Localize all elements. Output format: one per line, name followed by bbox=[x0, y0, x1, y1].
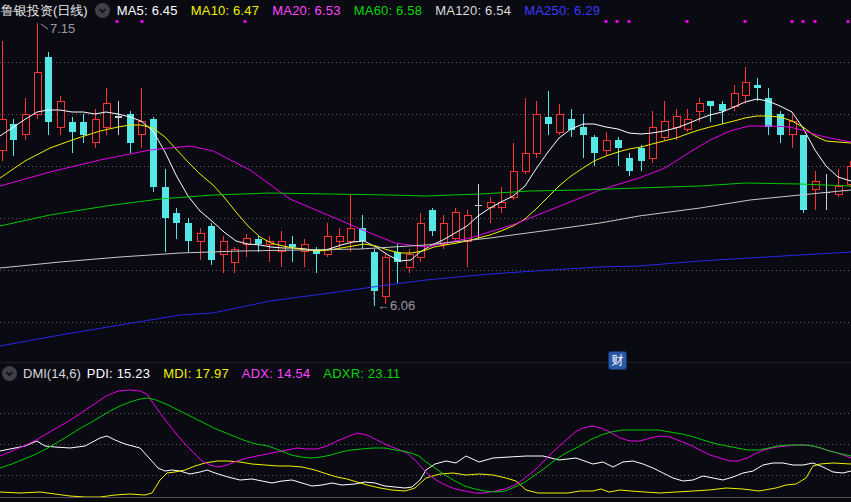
candle bbox=[742, 67, 749, 103]
candle bbox=[382, 254, 389, 303]
dmi-panel-header: DMI(14,6) PDI: 15.23MDI: 17.97ADX: 14.54… bbox=[2, 364, 400, 382]
candle bbox=[289, 236, 296, 262]
dmi-legend-item-pdi: PDI: 15.23 bbox=[87, 366, 150, 381]
stock-chart-app: 7.15←6.06 鲁银投资(日线) MA5: 6.45MA10: 6.47MA… bbox=[0, 0, 851, 502]
candle bbox=[417, 213, 424, 262]
main-chart-header: 鲁银投资(日线) MA5: 6.45MA10: 6.47MA20: 6.53MA… bbox=[1, 0, 600, 21]
dmi-legend-item-adx: ADX: 14.54 bbox=[242, 366, 311, 381]
dmi-panel-plot bbox=[0, 390, 851, 497]
candle bbox=[173, 208, 180, 239]
candle bbox=[115, 101, 122, 135]
candle bbox=[197, 228, 204, 259]
candle bbox=[812, 171, 819, 210]
candle bbox=[603, 132, 610, 155]
ma-line-ma20 bbox=[0, 126, 851, 247]
candle bbox=[429, 208, 436, 237]
collapse-dmi-button[interactable] bbox=[2, 366, 17, 381]
candle bbox=[185, 218, 192, 252]
candle bbox=[220, 236, 227, 272]
candle bbox=[57, 96, 64, 135]
candle bbox=[255, 236, 262, 252]
candle bbox=[580, 114, 587, 158]
candle bbox=[10, 119, 17, 155]
candle bbox=[568, 109, 575, 138]
candle bbox=[487, 197, 494, 223]
candle bbox=[510, 143, 517, 200]
candle bbox=[661, 101, 668, 140]
candle bbox=[847, 161, 851, 187]
candle bbox=[556, 104, 563, 135]
candle bbox=[138, 88, 145, 148]
candle bbox=[475, 184, 482, 239]
ma-line-ma120 bbox=[0, 190, 851, 268]
dmi-legend: PDI: 15.23MDI: 17.97ADX: 14.54ADXR: 23.1… bbox=[87, 366, 401, 381]
candle bbox=[69, 117, 76, 153]
candle bbox=[754, 78, 761, 101]
candle bbox=[208, 223, 215, 265]
dmi-line-mdi bbox=[0, 461, 851, 497]
ma-line-ma250 bbox=[0, 252, 851, 346]
candlesticks bbox=[0, 23, 851, 306]
candle bbox=[522, 98, 529, 173]
candle bbox=[80, 114, 87, 143]
dmi-legend-item-adxr: ADXR: 23.11 bbox=[323, 366, 400, 381]
candle bbox=[800, 135, 807, 213]
candle bbox=[103, 88, 110, 135]
chart-canvas[interactable]: 7.15←6.06 bbox=[0, 0, 851, 502]
ma-legend-item-ma20: MA20: 6.53 bbox=[272, 3, 341, 18]
candle bbox=[789, 114, 796, 148]
low-price-label: ←6.06 bbox=[377, 298, 415, 313]
candle bbox=[0, 41, 6, 161]
candle bbox=[638, 145, 645, 171]
candle bbox=[545, 91, 552, 135]
collapse-main-chart-button[interactable] bbox=[95, 3, 110, 18]
candle bbox=[45, 52, 52, 135]
candle bbox=[92, 109, 99, 148]
candle bbox=[498, 187, 505, 213]
ma-legend-item-ma60: MA60: 6.58 bbox=[354, 3, 423, 18]
ma-legend-item-ma120: MA120: 6.54 bbox=[435, 3, 511, 18]
candle bbox=[324, 223, 331, 257]
chevron-down-icon bbox=[97, 5, 108, 16]
candle bbox=[533, 101, 540, 158]
dmi-legend-item-mdi: MDI: 17.97 bbox=[163, 366, 229, 381]
high-price-label: 7.15 bbox=[50, 21, 75, 36]
candle bbox=[394, 244, 401, 283]
candle bbox=[231, 247, 238, 273]
candle bbox=[707, 101, 714, 122]
candle bbox=[243, 234, 250, 257]
candle bbox=[266, 236, 273, 262]
candle bbox=[765, 88, 772, 135]
candle bbox=[278, 231, 285, 267]
stock-title: 鲁银投资(日线) bbox=[1, 2, 88, 20]
dmi-line-adx bbox=[0, 390, 851, 493]
candle bbox=[626, 153, 633, 176]
bottom-strip bbox=[0, 498, 851, 502]
candle bbox=[835, 169, 842, 198]
dmi-indicator-title: DMI(14,6) bbox=[23, 366, 81, 381]
candle bbox=[162, 169, 169, 252]
finance-event-badge[interactable]: 财 bbox=[609, 352, 626, 369]
candle bbox=[684, 109, 691, 132]
candle bbox=[301, 239, 308, 268]
ma-legend: MA5: 6.45MA10: 6.47MA20: 6.53MA60: 6.58M… bbox=[117, 3, 600, 18]
ma-legend-item-ma10: MA10: 6.47 bbox=[191, 3, 260, 18]
price-gridlines bbox=[0, 63, 851, 323]
candle bbox=[34, 23, 41, 119]
ma-legend-item-ma250: MA250: 6.29 bbox=[524, 3, 600, 18]
chevron-down-icon bbox=[4, 368, 15, 379]
candle bbox=[452, 208, 459, 242]
candle bbox=[673, 109, 680, 140]
candle bbox=[649, 111, 656, 163]
ma-legend-item-ma5: MA5: 6.45 bbox=[117, 3, 178, 18]
